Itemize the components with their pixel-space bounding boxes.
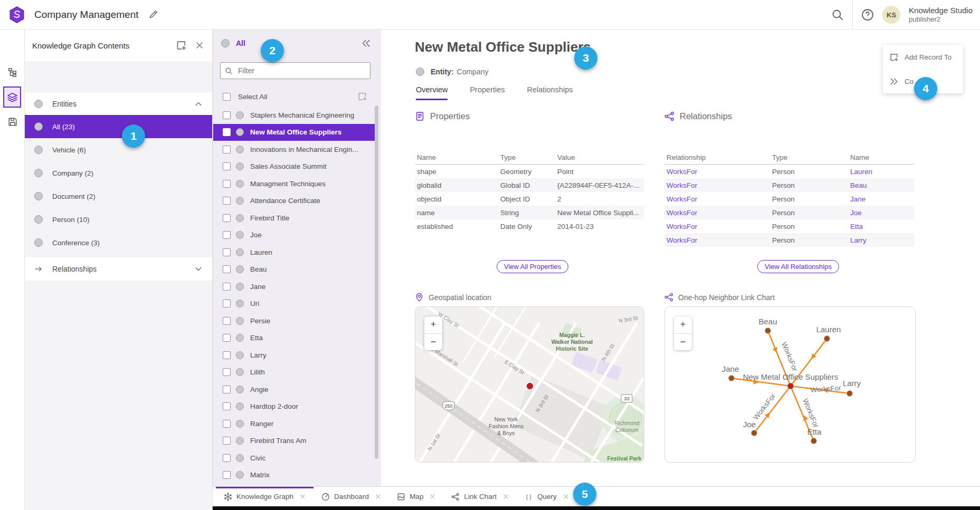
node-joe[interactable] [751,430,757,436]
list-scrollbar[interactable] [375,105,378,459]
list-item[interactable]: Persie [213,312,375,330]
item-checkbox[interactable] [223,386,231,393]
avatar[interactable]: KS [882,6,900,24]
close-panel-icon[interactable] [195,41,204,50]
related-entity-link[interactable]: Lauren [848,168,915,176]
node-center[interactable] [787,383,794,389]
record-tab[interactable]: Relationships [527,85,573,100]
relationship-link[interactable]: WorksFor [664,181,770,189]
edit-title-icon[interactable] [148,10,158,20]
relationship-link[interactable]: WorksFor [664,209,770,217]
item-checkbox[interactable] [223,368,231,376]
view-all-properties-button[interactable]: View All Properties [497,260,568,273]
search-icon[interactable] [831,8,844,21]
item-checkbox[interactable] [223,146,231,153]
item-checkbox[interactable] [223,402,231,410]
close-tab-icon[interactable] [300,494,306,499]
item-checkbox[interactable] [223,231,231,239]
list-item[interactable]: Lauren [213,244,375,261]
node-jane[interactable] [729,376,735,381]
related-entity-link[interactable]: Jane [848,195,915,203]
zoom-out-button[interactable]: − [424,334,442,351]
item-checkbox[interactable] [223,317,231,325]
relationship-link[interactable]: WorksFor [664,195,770,203]
data-model-button[interactable] [4,63,21,81]
item-checkbox[interactable] [223,334,231,342]
node-beau[interactable] [765,328,771,334]
item-checkbox[interactable] [223,437,231,445]
record-tab[interactable]: Overview [416,85,448,100]
list-item[interactable]: Ranger [213,415,375,432]
view-tab[interactable]: Link Chart [443,487,517,506]
view-tab[interactable]: Knowledge Graph [216,487,313,506]
list-item[interactable]: Innovations in Mechanical Engin... [213,141,375,158]
item-checkbox[interactable] [223,351,231,359]
relationships-section-header[interactable]: Relationships [25,257,212,281]
node-larry[interactable] [847,391,853,397]
collapse-panel-icon[interactable] [361,39,370,48]
item-checkbox[interactable] [223,420,231,428]
list-item[interactable]: New Metal Office Suppliers [213,124,375,141]
related-entity-link[interactable]: Beau [848,181,915,189]
close-tab-icon[interactable] [563,494,569,499]
view-all-relationships-button[interactable]: View All Relationships [757,260,839,273]
list-item[interactable]: Etta [213,330,375,347]
geospatial-map[interactable]: + − [415,306,644,463]
entity-type-row[interactable]: Document (2) [25,185,212,208]
item-checkbox[interactable] [223,197,231,205]
node-lauren[interactable] [824,336,830,342]
item-checkbox[interactable] [223,180,231,188]
item-checkbox[interactable] [223,248,231,256]
relationship-link[interactable]: WorksFor [664,168,770,176]
link-chart[interactable]: + − [664,306,916,463]
list-item[interactable]: Joe [213,227,375,244]
context-menu-item[interactable]: Add Record To [883,45,963,69]
node-etta[interactable] [811,438,817,444]
add-item-icon[interactable] [176,40,187,51]
item-checkbox[interactable] [223,283,231,291]
list-item[interactable]: Jane [213,278,375,295]
relationship-link[interactable]: WorksFor [664,223,770,230]
relationship-link[interactable]: WorksFor [664,236,770,244]
filter-input[interactable] [237,66,370,75]
zoom-in-button[interactable]: + [424,316,442,334]
close-tab-icon[interactable] [503,494,509,499]
list-item[interactable]: Firebird Trans Am [213,432,375,450]
entity-type-row[interactable]: Vehicle (6) [25,138,212,161]
list-item[interactable]: Angie [213,381,375,398]
zoom-out-button[interactable]: − [674,334,692,351]
related-entity-link[interactable]: Larry [848,236,915,244]
select-all-row[interactable]: Select All [213,89,381,104]
entity-type-row[interactable]: Person (10) [25,208,212,231]
select-all-checkbox[interactable] [223,93,231,101]
save-button[interactable] [4,113,21,130]
list-item[interactable]: Matrix [213,467,375,484]
entity-type-row[interactable]: Company (2) [25,161,212,185]
item-checkbox[interactable] [223,265,231,273]
view-tab[interactable]: { } Query [517,487,577,506]
item-checkbox[interactable] [223,111,231,119]
related-entity-link[interactable]: Etta [848,223,915,230]
item-checkbox[interactable] [223,128,231,136]
close-tab-icon[interactable] [375,494,381,499]
view-tab[interactable]: Map [389,487,443,506]
list-item[interactable]: Sales Associate Summit [213,158,375,176]
record-tab[interactable]: Properties [470,85,505,100]
list-item[interactable]: Lilith [213,364,375,381]
list-item[interactable]: Beau [213,261,375,278]
item-checkbox[interactable] [223,471,231,479]
view-tab[interactable]: Dashboard [313,487,389,506]
close-tab-icon[interactable] [430,494,435,499]
list-item[interactable]: Firebird Title [213,209,375,227]
list-item[interactable]: Larry [213,347,375,364]
list-item[interactable]: Staplers Mechanical Engineering [213,107,375,124]
contents-button[interactable] [3,86,21,108]
help-icon[interactable] [861,8,874,21]
list-item[interactable]: Civic [213,449,375,467]
entity-type-row[interactable]: All (23) [25,115,212,138]
related-entity-link[interactable]: Joe [848,209,915,217]
zoom-in-button[interactable]: + [674,316,692,334]
entity-type-row[interactable]: Conference (3) [25,231,212,254]
add-record-icon[interactable] [358,92,367,101]
user-block[interactable]: Knowledge Studio publisher2 [909,6,973,24]
